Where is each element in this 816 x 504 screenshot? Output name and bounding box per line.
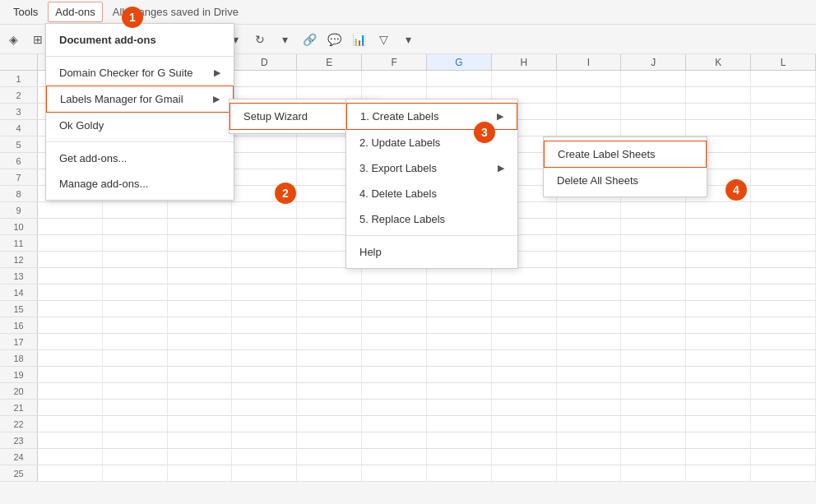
table-row: 21 (0, 400, 816, 416)
comment-icon[interactable]: 💬 (324, 30, 344, 49)
paint-bucket-icon[interactable]: ◈ (3, 30, 23, 49)
table-row: 24 (0, 449, 816, 465)
addons-menu-trigger[interactable]: Add-ons (48, 2, 102, 22)
badge-3: 3 (474, 122, 495, 143)
table-row: 22 (0, 416, 816, 432)
table-row: 20 (0, 383, 816, 400)
delete-labels-item[interactable]: 4. Delete Labels (346, 181, 517, 206)
dropdown5-icon[interactable]: ▾ (275, 30, 294, 49)
table-row: 25 (0, 465, 816, 482)
manage-addons-item[interactable]: Manage add-ons... (46, 171, 234, 197)
create-label-sheets-item[interactable]: Create Label Sheets (544, 141, 707, 168)
filter-dropdown-icon[interactable]: ▾ (398, 30, 418, 49)
get-addons-item[interactable]: Get add-ons... (46, 146, 234, 171)
row-num-header (0, 54, 38, 70)
link-icon[interactable]: 🔗 (299, 30, 319, 49)
separator (46, 141, 234, 142)
col-header-i[interactable]: I (557, 54, 622, 70)
arrow-icon: ▶ (214, 67, 220, 78)
chart-icon[interactable]: 📊 (349, 30, 369, 49)
arrow-icon: ▶ (498, 163, 504, 173)
col-header-g[interactable]: G (427, 54, 492, 70)
arrow-icon: ▶ (213, 94, 220, 104)
ok-goldy-item[interactable]: Ok Goldy (46, 113, 234, 138)
document-addons-header: Document add-ons (46, 27, 234, 53)
separator (346, 235, 517, 236)
col-header-d[interactable]: D (232, 54, 297, 70)
col-header-e[interactable]: E (297, 54, 362, 70)
replace-labels-item[interactable]: 5. Replace Labels (346, 206, 517, 232)
badge-1: 1 (122, 7, 143, 28)
table-row: 23 (0, 432, 816, 449)
setup-wizard-submenu: 1. Create Labels ▶ 2. Update Labels 3. E… (345, 99, 518, 269)
col-header-k[interactable]: K (686, 54, 751, 70)
arrow-icon: ▶ (497, 111, 503, 122)
table-row: 13 (0, 268, 816, 284)
delete-all-sheets-item[interactable]: Delete All Sheets (544, 168, 707, 193)
table-row: 15 (0, 301, 816, 317)
table-row: 17 (0, 334, 816, 350)
filter-icon[interactable]: ▽ (373, 30, 393, 49)
addons-dropdown: Document add-ons Domain Checker for G Su… (45, 23, 234, 201)
table-row: 14 (0, 284, 816, 301)
separator (46, 56, 234, 57)
help-item[interactable]: Help (346, 239, 517, 265)
col-header-j[interactable]: J (621, 54, 686, 70)
labels-manager-item[interactable]: Labels Manager for Gmail ▶ (46, 86, 234, 113)
col-header-l[interactable]: L (751, 54, 816, 70)
table-row: 19 (0, 367, 816, 383)
create-label-sheets-submenu: Create Label Sheets Delete All Sheets (543, 136, 707, 197)
col-header-f[interactable]: F (362, 54, 427, 70)
tools-menu[interactable]: Tools (7, 2, 44, 21)
col-header-h[interactable]: H (492, 54, 557, 70)
badge-2: 2 (275, 183, 296, 204)
export-labels-item[interactable]: 3. Export Labels ▶ (346, 155, 517, 181)
table-row: 16 (0, 317, 816, 334)
domain-checker-item[interactable]: Domain Checker for G Suite ▶ (46, 60, 234, 86)
table-row: 18 (0, 350, 816, 367)
rotate-icon[interactable]: ↻ (250, 30, 270, 49)
badge-4: 4 (726, 179, 747, 201)
